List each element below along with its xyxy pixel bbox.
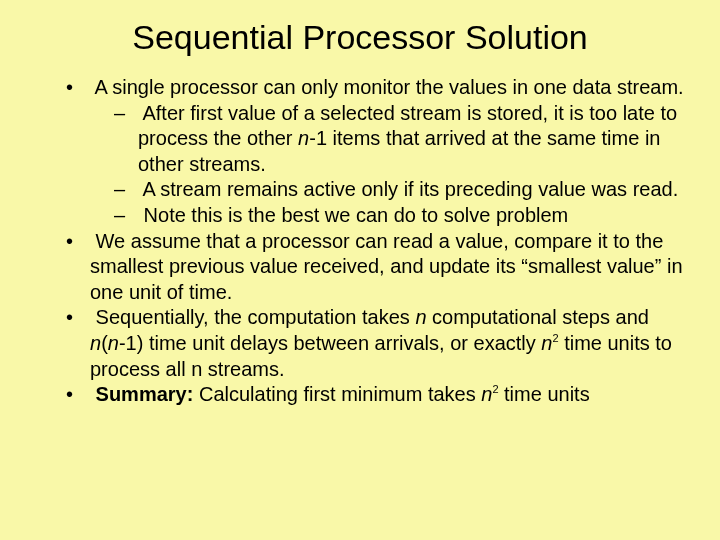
bullet-1a: After first value of a selected stream i…	[30, 101, 690, 178]
summary-label: Summary:	[96, 383, 194, 405]
bullet-1b: A stream remains active only if its prec…	[30, 177, 690, 203]
bullet-1: A single processor can only monitor the …	[30, 75, 690, 101]
bullet-4-mid: Calculating first minimum takes	[193, 383, 481, 405]
bullet-2: We assume that a processor can read a va…	[30, 229, 690, 306]
var-n-6: n	[481, 383, 492, 405]
bullet-1c: Note this is the best we can do to solve…	[30, 203, 690, 229]
bullet-2-text: We assume that a processor can read a va…	[90, 230, 683, 303]
var-n-3: n	[90, 332, 101, 354]
bullet-4: Summary: Calculating first minimum takes…	[30, 382, 690, 408]
bullet-3-mid1: computational steps and	[427, 306, 649, 328]
var-n-5: n	[541, 332, 552, 354]
bullet-1c-text: Note this is the best we can do to solve…	[144, 204, 569, 226]
var-n-2: n	[415, 306, 426, 328]
slide-body: A single processor can only monitor the …	[30, 75, 690, 408]
bullet-1b-text: A stream remains active only if its prec…	[142, 178, 678, 200]
slide: Sequential Processor Solution A single p…	[0, 0, 720, 540]
bullet-1-text: A single processor can only monitor the …	[94, 76, 683, 98]
bullet-3-paren: (	[101, 332, 108, 354]
var-n-4: n	[108, 332, 119, 354]
bullet-3: Sequentially, the computation takes n co…	[30, 305, 690, 382]
bullet-4-post: time units	[499, 383, 590, 405]
bullet-3-mid2: -1) time unit delays between arrivals, o…	[119, 332, 541, 354]
bullet-3-pre: Sequentially, the computation takes	[96, 306, 416, 328]
var-n-1: n	[298, 127, 309, 149]
slide-title: Sequential Processor Solution	[30, 18, 690, 57]
